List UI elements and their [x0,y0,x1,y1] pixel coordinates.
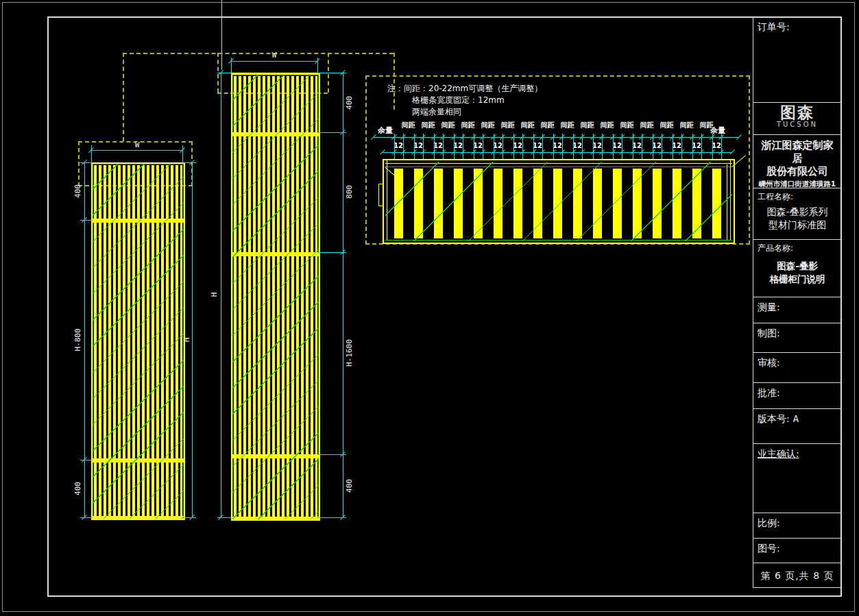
detail-spacing-label: 间距 [660,121,674,130]
detail-slat-width-label: 12 [652,142,662,149]
detail-slat-width-label: 12 [413,142,423,149]
ext-stub [423,134,424,159]
ext-stub [653,134,653,159]
detail-slat-width-label: 12 [473,142,483,149]
ext-stub [494,134,494,159]
measure-cell: 测量: [753,297,842,323]
detail-slat-width-label: 12 [453,142,463,149]
detail-spacing-label: 间距 [521,121,535,130]
company-cell: 浙江图森定制家居 股份有限公司 嵊州市浦口街道浦璜路1号 [753,134,842,188]
detail-spacing-label: 间距 [461,121,475,130]
project-line-1: 图森-叠影系列 [758,206,837,219]
detail-spacing-label: 间距 [700,121,714,130]
paper-edge-bottom [2,611,855,612]
approve-label: 批准: [758,387,780,398]
middle-door-height-label: H [210,293,219,297]
paper-edge-right [854,2,855,612]
callout-left-v [123,53,124,141]
note-line-3: 两端余量相同 [412,106,461,118]
ext-stub [553,134,554,159]
ext-stub [463,134,463,159]
scale-cell: 比例: [753,513,842,539]
version-value: A [793,413,799,424]
review-cell: 审核: [753,352,842,383]
title-block: 订单号: 图森 TUCSON 浙江图森定制家居 股份有限公司 嵊州市浦口街道浦璜… [753,16,842,597]
ext-stub [503,134,503,159]
ext-stub [622,134,622,159]
dim-middle-door-left-line [221,73,221,517]
ext-stub [522,134,523,159]
detail-spacing-label: 间距 [441,121,455,130]
detail-hatch [385,162,732,241]
ext-stub [474,134,474,159]
product-line-1: 图森-叠影 [758,260,837,273]
left-door-width-label: W [135,140,140,149]
detail-spacing-label: 间距 [561,121,574,130]
draft-cell: 制图: [753,323,842,353]
detail-slat-width-label: 12 [632,142,642,149]
project-cell: 工程名称: 图森-叠影系列 型材门标准图 [753,188,842,240]
dim-left-door-left-line [84,162,85,517]
paper-edge-top [2,2,855,3]
ext-stub [403,134,404,159]
product-cell: 产品名称: 图森-叠影 格栅柜门说明 [753,239,842,297]
detail-left-profile-3 [378,206,383,206]
version-label: 版本号: [758,413,790,424]
ext-stub [573,134,574,159]
ext-stub [513,134,514,159]
ext-stub [414,134,415,159]
draft-label: 制图: [758,328,780,338]
ext-stub [673,134,673,159]
middle-door-width-label: W [272,51,277,60]
drawing-no-cell: 图号: [753,538,842,563]
dim-left-door-width-line [91,150,182,151]
detail-left-profile-2 [378,184,383,184]
detail-slat-width-label: 12 [692,142,701,149]
detail-spacing-label: 间距 [402,121,415,130]
detail-spacing-label: 间距 [640,121,654,130]
product-label: 产品名称: [758,243,837,254]
logo-cell: 图森 TUCSON [753,102,842,135]
detail-slat-width-label: 12 [533,142,542,149]
detail-spacing-label: 间距 [501,121,515,130]
detail-left-profile-1 [378,184,379,206]
company-line-1: 浙江图森定制家居 [758,139,837,165]
detail-spacing-label: 间距 [620,121,634,130]
dim-left-door-right-line [192,162,193,517]
measure-label: 测量: [758,301,780,312]
ext-stub [483,134,483,159]
middle-door-hatch [232,75,319,519]
detail-section-view [383,159,735,244]
scale-label: 比例: [758,517,780,528]
cad-sheet: 注：间距：20-22mm可调整（生产调整） 格栅条宽度固定：12mm 两端余量相… [0,0,859,616]
left-door-hatch [93,164,184,519]
detail-slat-width-label: 12 [572,142,582,149]
ext-stub [613,134,614,159]
page-cell: 第 6 页,共 8 页 [753,563,842,588]
ext-stub [454,134,455,159]
detail-spacing-label: 间距 [541,121,555,130]
detail-spacing-label: 间距 [680,121,694,130]
note-line-1: 注：间距：20-22mm可调整（生产调整） [387,83,542,95]
logo-en: TUCSON [758,121,837,128]
order-number-label: 订单号: [758,21,790,32]
ext-stub [692,134,693,159]
detail-slat-width-label: 12 [612,142,622,149]
dim-middle-door-right-line [343,73,343,517]
detail-slat-width-label: 12 [672,142,681,149]
project-label: 工程名称: [758,191,837,203]
middle-door-segment-label: 400 [345,479,354,493]
middle-door-segment-label: H-1600 [345,339,354,367]
ext-stub [721,134,722,159]
order-number-cell: 订单号: [753,16,842,103]
detail-margin-label-left: 余量 [378,125,393,136]
dim-detail-spacing-line [374,137,739,138]
detail-spacing-label: 间距 [601,121,614,130]
review-label: 审核: [758,357,780,368]
ext-stub [681,134,682,159]
approve-cell: 批准: [753,382,842,409]
detail-spacing-label: 间距 [581,121,594,130]
detail-slat-width-label: 12 [553,142,562,149]
note-line-2: 格栅条宽度固定：12mm [412,95,505,106]
left-door-height-label: H [182,338,191,343]
